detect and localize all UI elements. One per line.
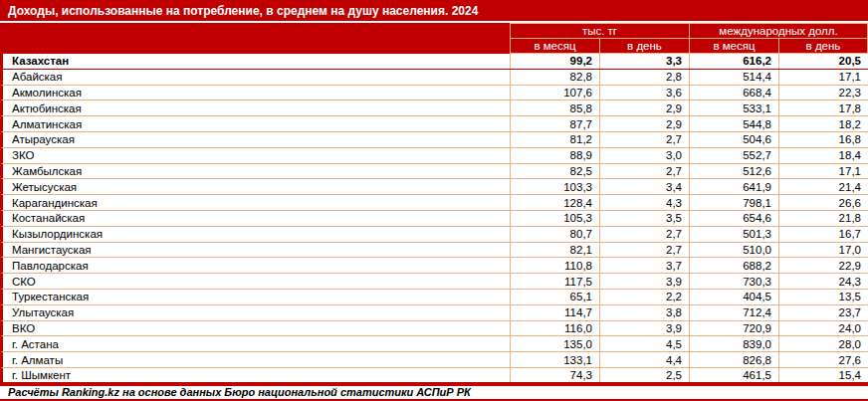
region-name: СКО bbox=[3, 274, 510, 289]
header-region-spacer bbox=[0, 23, 510, 39]
value-cell: 116,0 bbox=[510, 321, 599, 336]
table-row: г. Астана135,04,5839,028,0 bbox=[0, 336, 868, 352]
value-cell: 544,8 bbox=[689, 116, 778, 131]
table-row: Мангистауская82,12,7510,017,0 bbox=[0, 243, 868, 259]
header-dollars-per-month: в месяц bbox=[689, 39, 778, 54]
value-cell: 839,0 bbox=[689, 336, 778, 351]
value-cell: 80,7 bbox=[510, 227, 599, 242]
value-cell: 510,0 bbox=[689, 243, 778, 258]
region-name: ЗКО bbox=[3, 148, 510, 163]
table-row: ЗКО88,93,0552,718,4 bbox=[0, 148, 868, 164]
value-cell: 3,3 bbox=[599, 54, 689, 69]
value-cell: 16,7 bbox=[778, 227, 868, 242]
table-row: СКО117,53,9730,324,3 bbox=[0, 274, 868, 290]
value-cell: 13,5 bbox=[778, 290, 868, 304]
value-cell: 3,0 bbox=[599, 148, 689, 163]
value-cell: 2,2 bbox=[599, 290, 689, 304]
value-cell: 654,6 bbox=[689, 211, 778, 226]
value-cell: 21,4 bbox=[778, 179, 868, 194]
value-cell: 117,5 bbox=[510, 274, 599, 289]
value-cell: 2,7 bbox=[599, 243, 689, 258]
value-cell: 17,1 bbox=[778, 164, 868, 179]
region-name: Жамбылская bbox=[3, 164, 510, 179]
value-cell: 4,4 bbox=[599, 352, 689, 367]
value-cell: 110,8 bbox=[510, 258, 599, 273]
value-cell: 3,4 bbox=[599, 179, 689, 194]
value-cell: 87,7 bbox=[510, 116, 599, 131]
value-cell: 81,2 bbox=[510, 132, 599, 147]
table-row: г. Шымкент74,32,5461,515,4 bbox=[0, 368, 868, 384]
region-name: Жетысуская bbox=[3, 179, 510, 194]
table-row: Карагандинская128,44,3798,126,6 bbox=[0, 195, 868, 211]
region-name: Алматинская bbox=[3, 116, 510, 131]
table-row: Жамбылская82,52,7512,617,1 bbox=[0, 164, 868, 180]
table-row: Кызылординская80,72,7501,316,7 bbox=[0, 227, 868, 243]
value-cell: 798,1 bbox=[689, 195, 778, 210]
value-cell: 105,3 bbox=[510, 211, 599, 226]
value-cell: 21,8 bbox=[778, 211, 868, 226]
value-cell: 404,5 bbox=[689, 290, 778, 304]
value-cell: 24,3 bbox=[778, 274, 868, 289]
region-name: Абайская bbox=[3, 70, 510, 85]
region-name: Казахстан bbox=[3, 54, 510, 69]
value-cell: 2,7 bbox=[599, 227, 689, 242]
value-cell: 18,4 bbox=[778, 148, 868, 163]
value-cell: 85,8 bbox=[510, 100, 599, 115]
value-cell: 616,2 bbox=[689, 54, 778, 69]
value-cell: 18,2 bbox=[778, 116, 868, 131]
value-cell: 533,1 bbox=[689, 100, 778, 115]
value-cell: 17,1 bbox=[778, 70, 868, 85]
table-row: Казахстан99,23,3616,220,5 bbox=[0, 54, 868, 70]
value-cell: 2,7 bbox=[599, 132, 689, 147]
region-name: Акмолинская bbox=[3, 86, 510, 100]
header-group-intl-dollars: международных долл. bbox=[689, 23, 868, 39]
region-name: г. Шымкент bbox=[3, 368, 510, 382]
header-sub-row: в месяц в день в месяц в день bbox=[0, 39, 868, 54]
value-cell: 22,9 bbox=[778, 258, 868, 273]
table-title: Доходы, использованные на потребление, в… bbox=[0, 0, 868, 21]
table-row: ВКО116,03,9720,924,0 bbox=[0, 321, 868, 337]
region-name: Актюбинская bbox=[3, 100, 510, 115]
region-name: ВКО bbox=[3, 321, 510, 336]
value-cell: 2,9 bbox=[599, 100, 689, 115]
income-consumption-table: Доходы, использованные на потребление, в… bbox=[0, 0, 868, 401]
value-cell: 82,5 bbox=[510, 164, 599, 179]
header-group-tenge: тыс. тг bbox=[510, 23, 689, 39]
table-row: Туркестанская65,12,2404,513,5 bbox=[0, 290, 868, 305]
table-row: Абайская82,82,8514,417,1 bbox=[0, 70, 868, 86]
value-cell: 82,1 bbox=[510, 243, 599, 258]
header-tenge-per-month: в месяц bbox=[510, 39, 599, 54]
header-group-row: тыс. тг международных долл. bbox=[0, 23, 868, 39]
value-cell: 826,8 bbox=[689, 352, 778, 367]
region-name: Карагандинская bbox=[3, 195, 510, 210]
value-cell: 3,9 bbox=[599, 321, 689, 336]
region-name: Павлодарская bbox=[3, 258, 510, 273]
value-cell: 2,5 bbox=[599, 368, 689, 382]
value-cell: 3,9 bbox=[599, 274, 689, 289]
value-cell: 22,3 bbox=[778, 86, 868, 100]
table-row: Актюбинская85,82,9533,117,8 bbox=[0, 100, 868, 116]
value-cell: 17,8 bbox=[778, 100, 868, 115]
value-cell: 3,5 bbox=[599, 211, 689, 226]
value-cell: 3,6 bbox=[599, 86, 689, 100]
value-cell: 135,0 bbox=[510, 336, 599, 351]
value-cell: 23,7 bbox=[778, 305, 868, 320]
table-row: Атырауская81,22,7504,616,8 bbox=[0, 132, 868, 148]
value-cell: 668,4 bbox=[689, 86, 778, 100]
value-cell: 133,1 bbox=[510, 352, 599, 367]
table-row: Улытауская114,73,8712,423,7 bbox=[0, 305, 868, 321]
value-cell: 4,3 bbox=[599, 195, 689, 210]
value-cell: 107,6 bbox=[510, 86, 599, 100]
region-name: Костанайская bbox=[3, 211, 510, 226]
value-cell: 552,7 bbox=[689, 148, 778, 163]
region-name: г. Алматы bbox=[3, 352, 510, 367]
value-cell: 82,8 bbox=[510, 70, 599, 85]
value-cell: 2,8 bbox=[599, 70, 689, 85]
value-cell: 4,5 bbox=[599, 336, 689, 351]
value-cell: 128,4 bbox=[510, 195, 599, 210]
value-cell: 15,4 bbox=[778, 368, 868, 382]
header-dollars-per-day: в день bbox=[778, 39, 868, 54]
value-cell: 114,7 bbox=[510, 305, 599, 320]
table-row: Жетысуская103,33,4641,921,4 bbox=[0, 179, 868, 195]
region-name: Кызылординская bbox=[3, 227, 510, 242]
